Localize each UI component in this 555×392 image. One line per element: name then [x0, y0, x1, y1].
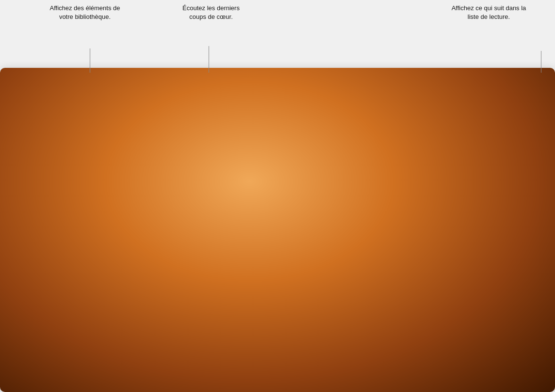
annotation-listen: Écoutez les derniers coups de cœur.: [175, 4, 247, 21]
annotation-library: Affichez des éléments de votre bibliothè…: [49, 4, 121, 21]
annotation-queue: Affichez ce qui suit dans la liste de le…: [446, 4, 531, 21]
rp-image-5: [460, 320, 541, 392]
main-window: ⇄ ⏮ ⏸ ⏭ ↻ Party Girls (feat. Buju Banton…: [0, 68, 555, 392]
rp-img-5-bg: [460, 320, 541, 392]
main-area: 🔍 Apple Music ▶ Listen Now ⊞ Browse 📡 Ra…: [0, 113, 555, 392]
rp-glow-5: [460, 320, 541, 392]
recently-played-section: Recently Played ›: [107, 303, 541, 392]
content-area: Listen Now 👤 Top Picks Made for You: [93, 113, 555, 392]
recently-played-item-5[interactable]: [460, 320, 541, 392]
recently-played-grid: God Save The Animals: [107, 320, 541, 392]
